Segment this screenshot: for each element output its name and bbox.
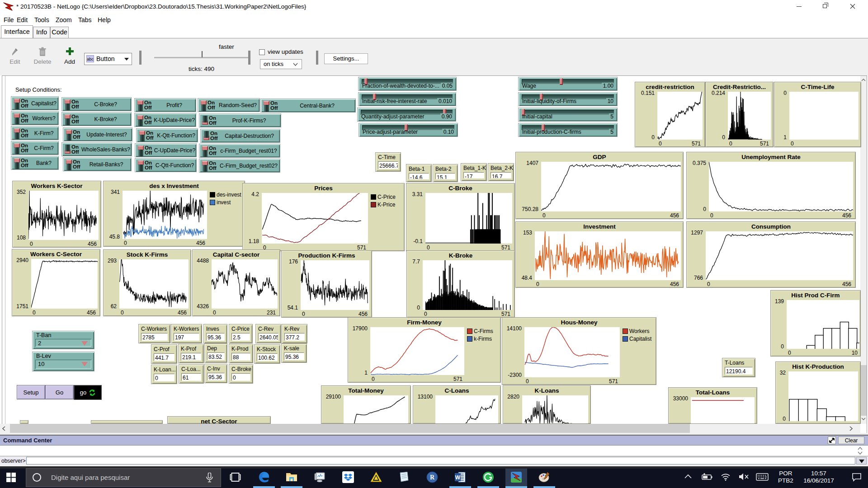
svg-text:R: R	[430, 474, 435, 481]
svg-text:W: W	[455, 474, 461, 481]
